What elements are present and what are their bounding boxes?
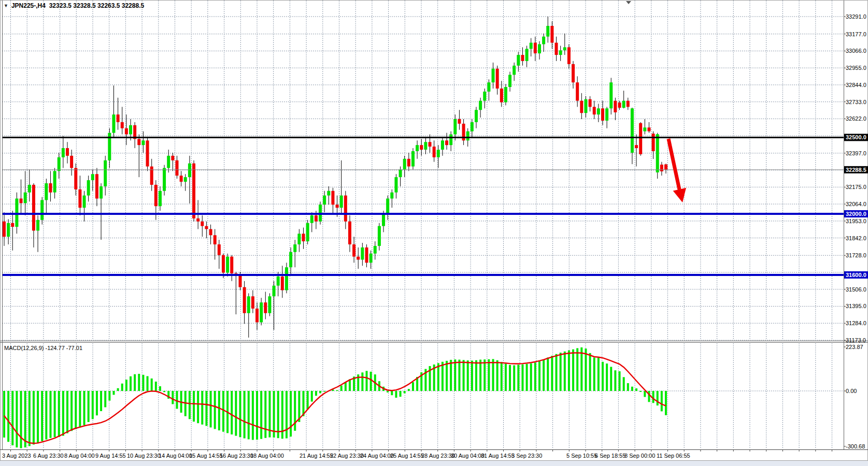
macd-histogram-bar [665,391,667,415]
macd-histogram-bar [564,352,566,391]
macd-histogram-bar [256,391,258,440]
candle-body [361,247,364,260]
macd-histogram-bar [366,371,368,391]
macd-histogram-bar [623,377,625,391]
candle-body [572,64,575,82]
candle-body [83,196,86,208]
macd-histogram-bar [619,371,621,391]
macd-histogram-bar [639,391,642,392]
candle-body [281,276,284,290]
candle-body [631,108,634,153]
macd-histogram-bar [556,354,558,391]
macd-histogram-bar [589,353,591,391]
macd-histogram-bar [24,391,26,447]
macd-histogram-bar [100,391,102,411]
macd-histogram-bar [121,384,123,391]
candle-body [365,247,368,263]
macd-histogram-bar [260,391,262,439]
candle-body [652,134,655,151]
candle-body [420,145,423,150]
macd-histogram-bar [45,391,47,440]
macd-histogram-bar [602,362,604,391]
candle-body [141,140,145,145]
candle-body [546,26,549,37]
candle-body [500,89,503,103]
macd-histogram-bar [349,379,351,391]
time-axis-label: 8 Aug 04:00 [64,453,95,459]
candle-body [289,252,292,268]
macd-histogram-bar [501,362,503,391]
candle-body [260,302,263,322]
candle-body [378,226,381,246]
macd-histogram-bar [572,350,574,391]
price-axis-label: 32955.0 [846,65,866,71]
macd-histogram-bar [172,391,174,404]
macd-histogram-bar [142,375,144,391]
macd-histogram-bar [125,380,127,391]
macd-histogram-bar [286,391,288,439]
macd-histogram-bar [58,391,60,437]
macd-histogram-bar [513,365,515,391]
macd-histogram-bar [442,362,444,391]
candle-body [285,267,288,290]
macd-histogram-bar [463,360,465,391]
macd-histogram-bar [134,374,136,391]
candle-body [627,101,630,107]
time-axis-label: 5 Sep 10:55 [566,453,597,459]
candle-body [538,44,541,53]
candle-body [264,302,267,313]
candle-body [416,145,419,151]
candle-body [504,87,507,103]
candle-body [609,82,613,108]
macd-histogram-bar [661,391,663,411]
candle-body [517,55,520,66]
macd-histogram-bar [488,359,490,391]
macd-histogram-bar [471,360,473,391]
macd-histogram-bar [505,363,507,391]
price-axis-label: 31953.0 [846,218,866,224]
candle-body [331,191,334,205]
macd-histogram-bar [479,360,481,391]
price-axis-label: 32397.0 [846,150,866,156]
macd-histogram-bar [244,391,246,439]
candle-body [251,296,254,309]
macd-axis-label: -300.68 [846,443,865,449]
symbol-dropdown-icon[interactable]: ▼ [4,3,8,9]
candle-body [24,193,27,203]
macd-histogram-bar [340,385,343,391]
macd-axis-label: 223.87 [846,344,863,350]
macd-histogram-bar [475,360,477,391]
macd-histogram-bar [54,391,56,437]
candle-body [306,223,309,241]
candle-body [542,37,545,45]
candle-body [70,156,73,168]
candle-body [36,220,39,231]
chart-canvas[interactable]: 33291.033177.033066.032955.032844.032733… [0,0,868,466]
macd-histogram-bar [412,382,414,391]
price-axis-label: 33066.0 [846,48,866,54]
candle-body [589,99,592,107]
price-label-box-text: 32288.5 [846,167,866,173]
macd-histogram-bar [3,391,5,438]
time-axis-label: 25 Aug 14:55 [390,453,424,459]
candle-body [352,244,355,257]
macd-histogram-bar [492,359,494,391]
price-axis-label: 33177.0 [846,31,866,37]
candle-body [664,164,667,169]
macd-histogram-bar [400,391,402,397]
candle-body [530,42,533,49]
candle-body [323,196,326,205]
macd-histogram-bar [652,391,654,403]
candle-body [643,127,646,131]
macd-histogram-bar [336,390,338,391]
price-axis-label: 33291.0 [846,13,866,20]
macd-histogram-bar [37,391,39,443]
macd-histogram-bar [7,391,9,442]
macd-histogram-bar [644,391,646,397]
candle-body [483,92,486,101]
macd-histogram-bar [467,360,469,391]
macd-histogram-bar [538,361,540,391]
candle-body [521,55,524,61]
macd-histogram-bar [130,376,132,391]
candle-body [647,127,650,131]
